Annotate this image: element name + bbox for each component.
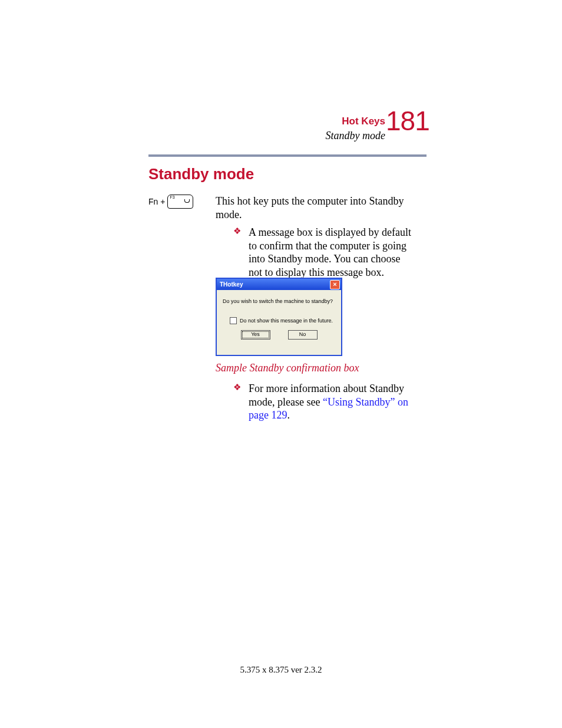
bullet-icon: ❖	[233, 226, 241, 237]
no-button[interactable]: No	[288, 330, 318, 340]
dont-show-label: Do not show this message in the future.	[240, 318, 333, 324]
dialog-message: Do you wish to switch the machine to sta…	[223, 298, 335, 304]
intro-text: This hot key puts the computer into Stan…	[216, 195, 410, 221]
figure-caption: Sample Standby confirmation box	[216, 362, 359, 374]
running-head: Hot Keys Standby mode	[326, 116, 385, 142]
f3-key-icon: F3	[167, 195, 193, 209]
dialog-buttons: Yes No	[223, 330, 335, 340]
bullet-2-post: .	[287, 409, 290, 421]
bullet-icon: ❖	[233, 382, 241, 393]
dialog-checkbox-row: Do not show this message in the future.	[230, 317, 335, 324]
bullet-2: ❖ For more information about Standby mod…	[249, 382, 419, 422]
dialog-body: Do you wish to switch the machine to sta…	[217, 290, 341, 343]
header-rule	[148, 154, 427, 157]
hotkey-combo: Fn + F3	[148, 195, 193, 209]
yes-button[interactable]: Yes	[241, 330, 270, 340]
f3-key-label: F3	[170, 195, 174, 199]
page-number: 181	[386, 105, 425, 137]
dialog-title: THotkey	[220, 281, 243, 288]
dialog-screenshot: THotkey × Do you wish to switch the mach…	[216, 278, 342, 356]
page: Hot Keys Standby mode 181 Standby mode F…	[0, 0, 562, 728]
section-title: Standby mode	[148, 165, 254, 183]
chapter-label: Hot Keys	[326, 116, 385, 127]
section-sub-label: Standby mode	[326, 130, 385, 142]
bullet-1: ❖ A message box is displayed by default …	[249, 226, 414, 279]
footer-text: 5.375 x 8.375 ver 2.3.2	[0, 665, 562, 675]
dont-show-checkbox[interactable]	[230, 317, 237, 324]
dialog-titlebar: THotkey ×	[217, 279, 341, 290]
fn-label: Fn +	[148, 197, 165, 206]
standby-glyph-icon	[184, 199, 190, 203]
bullet-1-text: A message box is displayed by default to…	[249, 226, 411, 278]
close-icon[interactable]: ×	[330, 280, 340, 289]
